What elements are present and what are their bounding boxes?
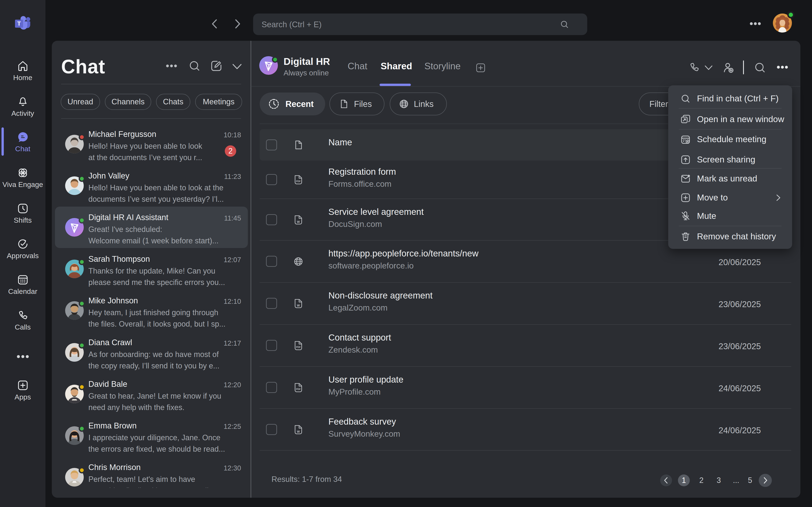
svg-text:W: W xyxy=(297,304,300,307)
svg-text:PDF: PDF xyxy=(296,388,301,390)
svg-text:T: T xyxy=(17,20,21,27)
svg-text:W: W xyxy=(297,220,300,224)
svg-text:W: W xyxy=(297,430,300,433)
svg-text:PDF: PDF xyxy=(296,346,301,348)
svg-text:PDF: PDF xyxy=(296,180,301,182)
